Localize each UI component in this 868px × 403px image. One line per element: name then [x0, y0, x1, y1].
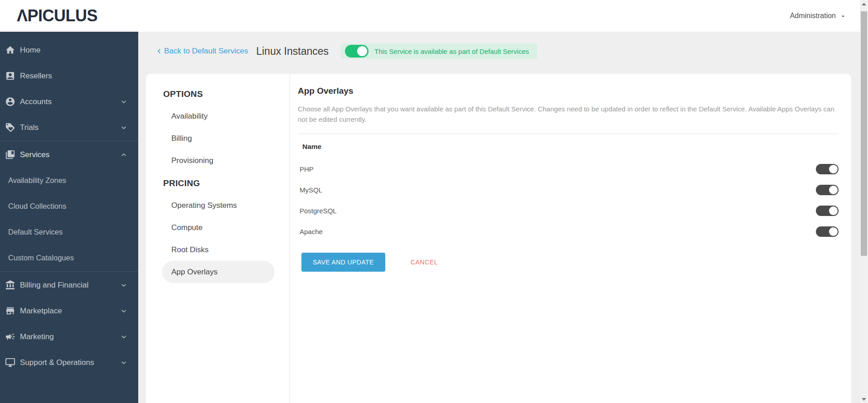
- page-scrollbar[interactable]: [860, 0, 868, 403]
- overlay-name: Apache: [300, 228, 323, 235]
- home-icon: [5, 45, 15, 55]
- sidebar-item-label: Resellers: [20, 72, 52, 81]
- option-item-compute[interactable]: Compute: [162, 216, 275, 239]
- sidebar-item-billing-and-financial[interactable]: Billing and Financial: [0, 272, 138, 298]
- overlay-list: PHP MySQL PostgreSQL Apache: [298, 158, 839, 242]
- top-bar: ΛPICULUS Administration: [0, 0, 868, 32]
- table-row-mysql: MySQL: [298, 179, 839, 200]
- scroll-up-arrow[interactable]: [860, 0, 868, 8]
- bank-icon: [5, 280, 15, 290]
- megaphone-icon: [5, 331, 15, 342]
- sidebar-subitem-label: Default Services: [8, 228, 63, 236]
- monitor-icon: [5, 357, 15, 368]
- page-title: Linux Instances: [256, 45, 329, 58]
- option-item-app-overlays[interactable]: App Overlays: [162, 261, 275, 283]
- sidebar-item-services[interactable]: Services: [0, 142, 138, 168]
- chevron-down-icon: [119, 123, 128, 132]
- table-row-postgresql: PostgreSQL: [298, 200, 839, 221]
- back-link-label: Back to Default Services: [164, 47, 248, 56]
- chevron-down-icon: [119, 307, 128, 316]
- page-header: Back to Default Services Linux Instances…: [155, 43, 868, 59]
- sidebar-item-label: Home: [20, 46, 40, 55]
- chevron-left-icon: [155, 47, 164, 56]
- name-column-header: Name: [298, 142, 839, 151]
- apache-toggle[interactable]: [816, 226, 839, 237]
- apiculus-logo[interactable]: ΛPICULUS: [17, 6, 97, 25]
- overlay-name: PHP: [300, 165, 314, 173]
- options-panel: OPTIONS Availability Billing Provisionin…: [146, 74, 290, 403]
- resellers-badge-icon: [5, 71, 15, 81]
- sidebar-item-label: Services: [20, 150, 49, 159]
- sidebar-subitem-availability-zones[interactable]: Availability Zones: [0, 168, 138, 193]
- chevron-up-icon: [119, 150, 128, 159]
- option-item-provisioning[interactable]: Provisioning: [162, 149, 275, 172]
- sidebar-subitem-label: Availability Zones: [8, 176, 66, 185]
- sidebar-subitem-default-services[interactable]: Default Services: [0, 219, 138, 245]
- pricing-group-heading: PRICING: [162, 178, 290, 189]
- overlay-name: PostgreSQL: [300, 207, 337, 215]
- app-overlays-panel: App Overlays Choose all App Overlays tha…: [290, 74, 851, 403]
- administration-menu-label: Administration: [790, 12, 836, 20]
- form-actions: SAVE AND UPDATE CANCEL: [298, 253, 839, 272]
- scroll-down-arrow[interactable]: [860, 395, 868, 403]
- table-row-apache: Apache: [298, 221, 839, 242]
- option-item-availability[interactable]: Availability: [162, 105, 275, 127]
- sidebar-subitem-label: Cloud Collections: [8, 202, 66, 211]
- sidebar-item-label: Billing and Financial: [20, 281, 88, 290]
- services-collections-icon: [5, 149, 15, 160]
- overlay-name: MySQL: [300, 186, 322, 194]
- sidebar-divider: [0, 271, 138, 272]
- service-availability-toggle[interactable]: [345, 45, 369, 58]
- section-description: Choose all App Overlays that you want av…: [298, 104, 839, 125]
- app-body: Home Resellers Accounts Trials Services …: [0, 32, 868, 403]
- table-row-php: PHP: [298, 158, 839, 179]
- php-toggle[interactable]: [816, 164, 839, 174]
- sidebar-item-trials[interactable]: Trials: [0, 115, 138, 140]
- sidebar-item-accounts[interactable]: Accounts: [0, 89, 138, 115]
- back-to-default-services-link[interactable]: Back to Default Services: [155, 47, 248, 56]
- sidebar-divider: [0, 141, 138, 141]
- sidebar-item-marketing[interactable]: Marketing: [0, 324, 138, 350]
- mysql-toggle[interactable]: [816, 185, 839, 195]
- sidebar-item-support-operations[interactable]: Support & Operations: [0, 350, 138, 375]
- option-item-operating-systems[interactable]: Operating Systems: [162, 194, 275, 216]
- sidebar-subitem-label: Custom Catalogues: [8, 254, 74, 262]
- option-item-billing[interactable]: Billing: [162, 127, 275, 149]
- sidebar-item-label: Accounts: [20, 97, 52, 106]
- save-and-update-button[interactable]: SAVE AND UPDATE: [301, 253, 385, 272]
- sidebar-subitem-custom-catalogues[interactable]: Custom Catalogues: [0, 245, 138, 271]
- settings-card: OPTIONS Availability Billing Provisionin…: [146, 74, 851, 403]
- sidebar-item-marketplace[interactable]: Marketplace: [0, 298, 138, 324]
- accounts-person-icon: [5, 96, 15, 107]
- store-icon: [5, 306, 15, 316]
- chevron-down-icon: [119, 281, 128, 290]
- scrollbar-thumb[interactable]: [861, 11, 867, 256]
- administration-menu[interactable]: Administration: [790, 12, 846, 20]
- sidebar-item-label: Marketing: [20, 332, 54, 341]
- sidebar-item-label: Trials: [20, 123, 39, 132]
- sidebar-subitem-cloud-collections[interactable]: Cloud Collections: [0, 193, 138, 219]
- chevron-down-icon: [119, 97, 128, 106]
- trials-tag-icon: [5, 122, 15, 133]
- sidebar-item-home[interactable]: Home: [0, 37, 138, 63]
- sidebar-item-resellers[interactable]: Resellers: [0, 63, 138, 89]
- default-service-status-pill: This Service is available as part of Def…: [341, 43, 537, 59]
- cancel-button[interactable]: CANCEL: [408, 258, 441, 266]
- postgresql-toggle[interactable]: [816, 206, 839, 216]
- sidebar-item-label: Marketplace: [20, 307, 62, 316]
- chevron-down-icon: [119, 358, 128, 367]
- caret-down-icon: [840, 13, 846, 19]
- chevron-down-icon: [119, 332, 128, 341]
- option-item-root-disks[interactable]: Root Disks: [162, 239, 275, 261]
- sidebar-item-label: Support & Operations: [20, 358, 94, 367]
- sidebar: Home Resellers Accounts Trials Services …: [0, 32, 138, 403]
- section-divider: [298, 134, 839, 134]
- options-group-heading: OPTIONS: [162, 89, 290, 100]
- service-availability-label: This Service is available as part of Def…: [374, 48, 529, 55]
- section-title: App Overlays: [298, 86, 839, 96]
- main-content: Back to Default Services Linux Instances…: [138, 32, 868, 403]
